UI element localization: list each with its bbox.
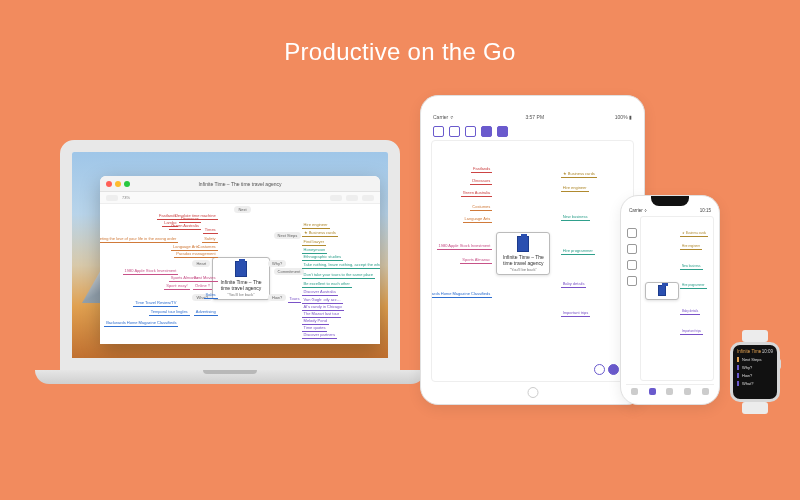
node[interactable]: Discover partners [302, 331, 337, 339]
node[interactable]: Sales [204, 291, 218, 299]
node[interactable]: Sports Almanac [460, 256, 492, 264]
node[interactable]: Ethnographic studies [302, 253, 343, 261]
node[interactable]: Times [203, 226, 218, 234]
phone-tool-outline-icon[interactable] [627, 228, 637, 238]
group-heart[interactable]: Heart [192, 260, 210, 267]
mac-window-title: Infinite Time – The time travel agency [100, 181, 380, 187]
toolbar-doc-icon[interactable] [465, 126, 476, 137]
mac-mindmap-canvas[interactable]: Next Infinite Time – The time travel age… [100, 204, 380, 344]
node[interactable]: Best Movies [192, 274, 218, 282]
tab-tree-icon[interactable] [649, 388, 656, 395]
toolbar-zoom-label: 73% [122, 195, 130, 200]
phone-tabbar [626, 384, 714, 398]
watch-crown[interactable] [777, 359, 781, 369]
toolbar-mindmap-icon[interactable] [481, 126, 492, 137]
toolbar-outline-icon[interactable] [433, 126, 444, 137]
node[interactable]: Temporal tour lingles [149, 308, 190, 316]
watch-time: 10:09 [762, 349, 773, 354]
center-title: Infinite Time – The time travel agency [216, 279, 266, 291]
watch-item[interactable]: Why? [737, 365, 773, 370]
tablet-status-left: Carrier ᯤ [433, 114, 455, 120]
group-how[interactable]: How? [268, 294, 286, 301]
node[interactable]: Backwards Home Magazine Classifieds [431, 290, 492, 298]
node[interactable]: ★ Business cards [561, 170, 597, 178]
group-next-steps[interactable]: Next Steps [274, 232, 302, 239]
node[interactable]: New business [680, 263, 703, 270]
node[interactable]: New business [561, 213, 590, 221]
page-headline: Productive on the Go [0, 38, 800, 66]
node[interactable]: Language Arts [463, 215, 493, 223]
phone-tool-doc-icon[interactable] [627, 260, 637, 270]
toolbar-share-button[interactable] [362, 195, 374, 201]
tab-home-icon[interactable] [631, 388, 638, 395]
root-pill[interactable]: Next [234, 206, 250, 213]
node[interactable]: Backwards Home Magazine Classifieds [104, 319, 178, 327]
node[interactable]: Paradox management [174, 250, 217, 258]
tardis-icon [517, 236, 529, 252]
toolbar-style-button[interactable] [346, 195, 358, 201]
node[interactable]: Costumes [470, 203, 492, 211]
laptop-device: Infinite Time – The time travel agency 7… [40, 140, 420, 384]
fab-undo-icon[interactable] [594, 364, 605, 375]
node[interactable]: Green Australia [461, 189, 493, 197]
tab-doc-icon[interactable] [666, 388, 673, 395]
mindmap-center-node[interactable]: Infinite Time – The time travel agency "… [496, 232, 550, 275]
node[interactable]: Dinosaurs [470, 177, 492, 185]
phone-mindmap-canvas[interactable]: ★ Business cards Hire engineer New busin… [640, 216, 714, 381]
node[interactable]: Online !! [193, 282, 212, 290]
node[interactable]: Hire engineer [302, 221, 330, 229]
tablet-mindmap-canvas[interactable]: Infinite Time – The time travel agency "… [431, 140, 634, 382]
phone-device: Carrier ᯤ 10:15 ★ Business cards Hire en… [620, 195, 720, 405]
node[interactable]: Safety [202, 235, 217, 243]
node[interactable]: Hire engineer [561, 184, 589, 192]
toolbar-style-icon[interactable] [497, 126, 508, 137]
mindmap-center-node[interactable]: Infinite Time – The time travel agency "… [212, 257, 270, 300]
node[interactable]: Discover Australia [302, 288, 338, 296]
node[interactable]: Time Travel Review/TV [133, 299, 178, 307]
tablet-home-button[interactable] [527, 387, 538, 398]
node[interactable]: Important trips [561, 309, 591, 317]
toolbar-view-button[interactable] [330, 195, 342, 201]
phone-tool-home-icon[interactable] [627, 244, 637, 254]
node[interactable]: Take nothing, leave nothing, accept the … [302, 261, 380, 269]
mac-toolbar: 73% [100, 192, 380, 204]
node[interactable]: Sport: easy! [164, 282, 189, 290]
node[interactable]: Important trips [680, 328, 703, 335]
node[interactable]: Fastlands [471, 165, 492, 173]
node[interactable]: Hire programmer [680, 282, 707, 289]
node[interactable]: Baby details [680, 308, 700, 315]
node[interactable]: Green Australia [169, 222, 201, 230]
tab-more-icon[interactable] [702, 388, 709, 395]
node[interactable]: Find lawyer [302, 238, 326, 246]
node[interactable]: Baby details [561, 280, 587, 288]
tablet-status-battery: 100% ▮ [615, 114, 632, 120]
tab-search-icon[interactable] [684, 388, 691, 395]
phone-status-bar: Carrier ᯤ 10:15 [626, 208, 714, 216]
laptop-trackpad-notch [203, 370, 257, 374]
group-commitment[interactable]: Commitment [274, 268, 305, 275]
node[interactable]: ★ Business cards [302, 229, 338, 237]
node[interactable]: Hire engineer [680, 243, 702, 250]
phone-tool-note-icon[interactable] [627, 276, 637, 286]
node[interactable]: 1980 Apple Stock Investment [437, 242, 493, 250]
node[interactable]: Hire programmer [561, 247, 595, 255]
tardis-icon [235, 261, 247, 277]
node[interactable]: Be excellent to each other [302, 280, 352, 288]
node[interactable]: Advertising [194, 308, 218, 316]
fab-add-icon[interactable] [608, 364, 619, 375]
group-why[interactable]: Why? [268, 260, 286, 267]
toolbar-back-button[interactable] [106, 195, 118, 201]
mindmap-center-node[interactable] [645, 282, 679, 300]
center-subtitle: "You'll be back" [500, 267, 546, 272]
watch-face[interactable]: Infinite Time 10:09 Next Steps Why? How?… [730, 342, 780, 402]
toolbar-home-icon[interactable] [449, 126, 460, 137]
watch-item[interactable]: Next Steps [737, 357, 773, 362]
node[interactable]: ★ Business cards [680, 230, 708, 237]
node[interactable]: Tours [288, 295, 302, 303]
node[interactable]: Don't take your tours to the same place [302, 271, 375, 279]
node[interactable]: Desolate time machine [173, 212, 218, 220]
watch-item[interactable]: How? [737, 373, 773, 378]
node[interactable]: Meeting the love of your life in the wro… [100, 235, 178, 243]
watch-item[interactable]: What? [737, 381, 773, 386]
watch-device: Infinite Time 10:09 Next Steps Why? How?… [730, 330, 780, 414]
